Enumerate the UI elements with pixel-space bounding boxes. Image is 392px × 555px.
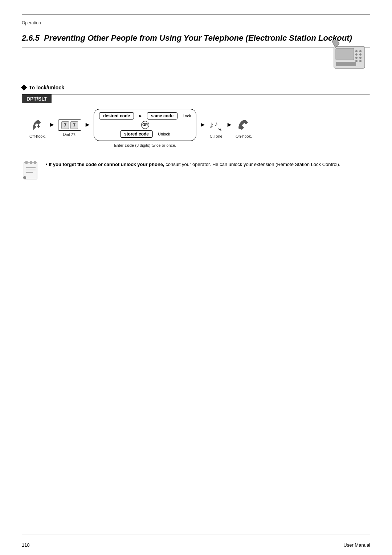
onhook-icon [236,118,252,133]
top-code-row: desired code ► same code Lock [99,112,191,119]
arrow-4: ► [226,121,233,129]
svg-rect-17 [34,161,36,164]
key-7-left: 7 [61,121,69,129]
svg-rect-10 [336,62,356,66]
bottom-code-row: stored code Unlock [120,130,170,138]
step-onhook: On-hook. [236,118,252,138]
page-number: 118 [22,542,30,548]
code-entry-label: Enter code (3 digits) twice or once. [114,143,176,147]
dial77-label: Dial 77. [63,132,76,137]
offhook-icon [30,118,45,133]
svg-rect-1 [336,48,354,60]
diagram-content: Off-hook. ► 7 7 Dial 77. ► desired code [22,103,370,152]
top-rule [22,15,370,18]
lock-label: Lock [183,114,191,118]
svg-text:♪: ♪ [215,120,218,127]
desired-code-box: desired code [99,112,134,119]
svg-rect-16 [30,161,32,164]
page: Operation 2.6.5 Preventing Other People … [0,0,392,555]
step-code-entry: desired code ► same code Lock OR stored … [94,109,196,147]
svg-point-3 [359,50,362,52]
svg-point-9 [359,60,362,62]
stored-code-box: stored code [120,130,153,138]
offhook-label: Off-hook. [29,134,46,138]
svg-rect-15 [25,161,28,164]
arrow-1: ► [49,121,55,129]
section-title: 2.6.5 Preventing Other People from Using… [22,33,370,44]
ctone-icon: ♪ ♪ [209,118,223,133]
note-area: • If you forget the code or cannot unloc… [22,159,370,181]
svg-point-7 [359,57,362,59]
step-dial77: 7 7 Dial 77. [58,119,81,137]
diagram-header: DPT/SLT [22,94,52,103]
arrow-3: ► [199,121,206,129]
arrow-2: ► [84,121,91,129]
svg-point-5 [359,53,362,56]
diagram-box: DPT/SLT Off-hook. ► 7 7 Dial 77. [22,94,370,152]
step-ctone: ♪ ♪ C.Tone [209,118,223,138]
key-7-right: 7 [70,121,78,129]
breadcrumb: Operation [22,18,370,25]
ctone-label: C.Tone [210,134,222,138]
note-normal: consult your operator. He can unlock you… [166,162,340,167]
svg-rect-14 [24,162,37,179]
svg-text:♪: ♪ [209,119,214,130]
telephone-icon [330,37,370,74]
bottom-rule [22,535,370,535]
notepad-icon [22,159,40,181]
dial-77-keys: 7 7 [58,119,81,131]
note-bold: If you forget the code or cannot unlock … [49,162,164,167]
svg-point-4 [355,53,358,56]
footer: 118 User Manual [22,542,370,548]
note-text: • If you forget the code or cannot unloc… [46,159,340,168]
subsection-header: To lock/unlock [22,85,370,90]
code-entry-box: desired code ► same code Lock OR stored … [94,109,196,141]
manual-label: User Manual [343,542,370,548]
svg-point-8 [355,60,358,62]
onhook-label: On-hook. [236,134,252,138]
or-circle: OR [141,121,149,129]
svg-point-21 [23,176,26,179]
unlock-label: Unlock [158,132,170,136]
svg-point-2 [355,50,358,52]
same-code-box: same code [147,112,177,119]
svg-point-6 [355,57,358,59]
step-offhook: Off-hook. [29,118,46,138]
diamond-bullet-icon [21,84,27,90]
